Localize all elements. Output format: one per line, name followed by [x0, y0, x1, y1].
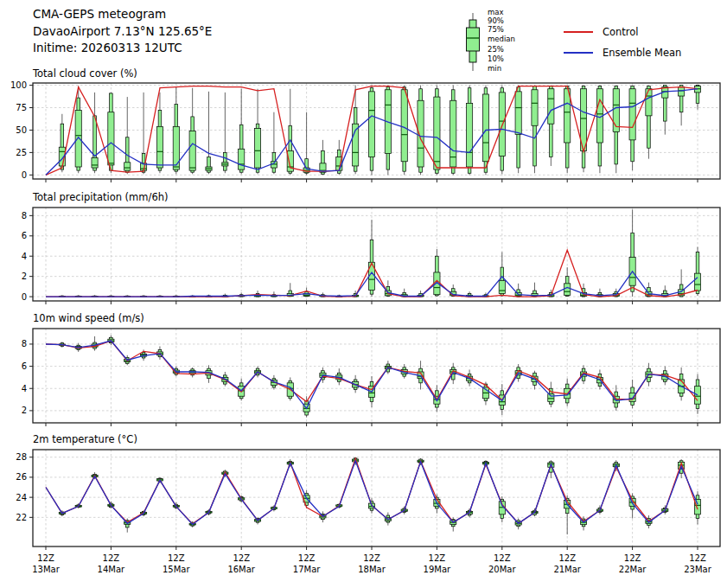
y-tick-label: 22 — [16, 513, 27, 522]
x-tick-label-date: 21Mar — [553, 565, 581, 574]
box-25-75 — [694, 387, 700, 405]
y-tick-label: 6 — [22, 231, 27, 240]
y-tick-label: 0 — [22, 170, 27, 180]
box-25-75 — [679, 87, 685, 96]
x-tick-label-date: 16Mar — [227, 565, 255, 574]
y-tick-label: 8 — [22, 211, 27, 220]
y-tick-label: 0 — [22, 292, 27, 302]
x-tick-label-date: 17Mar — [293, 565, 321, 574]
x-tick-label-hour: 12Z — [103, 553, 120, 563]
y-tick-label: 4 — [22, 384, 27, 393]
box-25-75 — [467, 103, 473, 167]
x-tick-label-hour: 12Z — [624, 553, 641, 563]
box-25-75 — [564, 284, 571, 295]
box-10-90 — [224, 152, 227, 170]
x-tick-label-hour: 12Z — [233, 553, 250, 563]
box-25-75 — [646, 89, 652, 116]
panel-frame — [33, 329, 720, 423]
box-25-75 — [694, 273, 700, 291]
box-25-75 — [532, 90, 538, 125]
y-tick-label: 24 — [16, 493, 27, 502]
x-tick-label-date: 18Mar — [358, 565, 386, 574]
box-25-75 — [515, 92, 521, 135]
y-tick-label: 100 — [10, 80, 27, 90]
x-tick-label-date: 13Mar — [32, 565, 60, 574]
box-25-75 — [189, 131, 195, 171]
box-25-75 — [254, 128, 260, 168]
box-25-75 — [548, 394, 554, 402]
x-tick-label-hour: 12Z — [168, 553, 185, 563]
box-25-75 — [401, 90, 407, 162]
y-tick-label: 50 — [16, 125, 27, 135]
x-tick-label-hour: 12Z — [37, 553, 54, 563]
x-tick-label-date: 23Mar — [684, 565, 711, 574]
x-tick-label-date: 19Mar — [424, 565, 451, 574]
y-tick-label: 75 — [16, 103, 27, 112]
x-tick-label-hour: 12Z — [429, 553, 446, 563]
box-25-75 — [499, 280, 505, 293]
x-tick-label-date: 14Mar — [98, 565, 125, 574]
y-tick-label: 4 — [22, 252, 27, 261]
x-tick-label-hour: 12Z — [689, 553, 706, 563]
y-tick-label: 25 — [16, 148, 27, 157]
box-25-75 — [239, 149, 245, 169]
box-25-75 — [629, 89, 635, 140]
x-tick-label-hour: 12Z — [298, 553, 316, 563]
y-tick-label: 6 — [22, 361, 27, 371]
x-tick-label-hour: 12Z — [363, 553, 380, 563]
meteogram-chart: 02550751000246824682224262812Z13Mar12Z14… — [0, 0, 727, 588]
meteogram-figure: CMA-GEPS meteogram DavaoAirport 7.13°N 1… — [0, 0, 727, 588]
y-tick-label: 8 — [22, 339, 27, 348]
box-25-75 — [434, 97, 440, 169]
box-25-75 — [368, 92, 374, 157]
y-tick-label: 2 — [22, 406, 27, 415]
box-25-75 — [482, 94, 488, 162]
box-25-75 — [92, 158, 98, 168]
x-tick-label-date: 15Mar — [163, 565, 190, 574]
y-tick-label: 26 — [16, 472, 27, 482]
y-tick-label: 28 — [16, 452, 27, 462]
panel-frame — [33, 208, 720, 301]
x-tick-label-date: 20Mar — [488, 565, 516, 574]
y-tick-label: 2 — [22, 272, 27, 281]
x-tick-label-date: 22Mar — [619, 565, 647, 574]
box-25-75 — [548, 89, 554, 124]
box-25-75 — [108, 112, 114, 165]
box-25-75 — [75, 111, 81, 167]
x-tick-label-hour: 12Z — [558, 553, 576, 563]
box-25-75 — [124, 163, 131, 170]
box-25-75 — [156, 126, 163, 168]
x-tick-label-hour: 12Z — [494, 553, 511, 563]
